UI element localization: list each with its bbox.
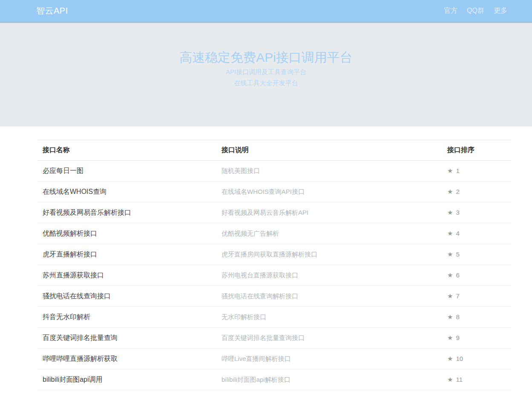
api-desc-cell: 好看视频及网易云音乐解析API (221, 202, 447, 223)
star-icon: ★ (447, 167, 453, 174)
api-desc-cell: 百度关键词排名批量查询接口 (221, 328, 447, 349)
rank-number: 6 (456, 271, 459, 279)
rank-number: 8 (456, 313, 459, 320)
api-desc-cell: 在线域名WHOIS查询API接口 (221, 182, 447, 202)
nav-link-more[interactable]: 更多 (494, 6, 507, 15)
hero-subtitle-2: 在线工具大全开发平台 (0, 78, 532, 88)
column-header-desc: 接口说明 (221, 140, 447, 161)
table-row[interactable]: 必应每日一图随机美图接口★1 (37, 161, 511, 182)
table-row[interactable]: 好看视频及网易音乐解析接口好看视频及网易云音乐解析API★3 (37, 202, 511, 223)
api-rank-cell: ★2 (447, 182, 511, 202)
nav-links: 官方 QQ群 更多 (444, 6, 507, 15)
api-name-cell[interactable]: 虎牙直播解析接口 (37, 244, 221, 265)
api-rank-cell: ★11 (447, 369, 511, 390)
api-name-cell[interactable]: bilibili封面图api调用 (37, 369, 221, 390)
table-row[interactable]: 哔哩哔哩直播源解析获取哔哩Live直播间解析接口★10 (37, 349, 511, 369)
api-name-cell[interactable]: 百度关键词排名批量查询 (37, 328, 221, 349)
star-icon: ★ (447, 334, 453, 341)
table-row[interactable]: 百度关键词排名批量查询百度关键词排名批量查询接口★9 (37, 328, 511, 349)
api-rank-cell: ★7 (447, 286, 511, 307)
table-row[interactable]: 抖音无水印解析无水印解析接口★8 (37, 307, 511, 328)
api-name-cell[interactable]: 好看视频及网易音乐解析接口 (37, 202, 221, 223)
api-desc-cell: 骚扰电话在线查询解析接口 (221, 286, 447, 307)
api-desc-cell: 无水印解析接口 (221, 307, 447, 328)
rank-number: 10 (456, 355, 463, 362)
rank-number: 5 (456, 251, 459, 258)
api-name-cell[interactable]: 骚扰电话在线查询接口 (37, 286, 221, 307)
api-rank-cell: ★6 (447, 265, 511, 286)
table-row[interactable]: 虎牙直播解析接口虎牙直播房间获取直播源解析接口★5 (37, 244, 511, 265)
table-row[interactable]: 在线域名WHOIS查询在线域名WHOIS查询API接口★2 (37, 182, 511, 202)
api-desc-cell: 虎牙直播房间获取直播源解析接口 (221, 244, 447, 265)
api-rank-cell: ★3 (447, 202, 511, 223)
star-icon: ★ (447, 209, 453, 216)
rank-number: 1 (456, 167, 459, 174)
api-name-cell[interactable]: 在线域名WHOIS查询 (37, 182, 221, 202)
table-row[interactable]: 骚扰电话在线查询接口骚扰电话在线查询解析接口★7 (37, 286, 511, 307)
star-icon: ★ (447, 188, 453, 195)
table-header-row: 接口名称 接口说明 接口排序 (37, 140, 511, 161)
star-icon: ★ (447, 376, 453, 383)
api-rank-cell: ★8 (447, 307, 511, 328)
api-desc-cell: 苏州电视台直播源获取接口 (221, 265, 447, 286)
api-name-cell[interactable]: 哔哩哔哩直播源解析获取 (37, 349, 221, 369)
rank-number: 11 (456, 376, 463, 383)
navbar: 智云API 官方 QQ群 更多 (0, 0, 532, 23)
column-header-name: 接口名称 (37, 140, 221, 161)
rank-number: 4 (456, 230, 459, 237)
star-icon: ★ (447, 230, 453, 237)
api-desc-cell: 哔哩Live直播间解析接口 (221, 349, 447, 369)
table-row[interactable]: bilibili封面图api调用bilibili封面图api解析接口★11 (37, 369, 511, 390)
table-row[interactable]: 优酷视频解析接口优酷视频无广告解析★4 (37, 223, 511, 244)
api-rank-cell: ★9 (447, 328, 511, 349)
rank-number: 3 (456, 209, 459, 216)
star-icon: ★ (447, 271, 453, 279)
rank-number: 7 (456, 292, 459, 300)
hero-title: 高速稳定免费APi接口调用平台 (0, 49, 532, 66)
table-row[interactable]: 苏州直播源获取接口苏州电视台直播源获取接口★6 (37, 265, 511, 286)
rank-number: 9 (456, 334, 459, 341)
hero-subtitle-1: API接口调用及工具查询平台 (0, 67, 532, 77)
api-rank-cell: ★4 (447, 223, 511, 244)
api-name-cell[interactable]: 必应每日一图 (37, 161, 221, 182)
rank-number: 2 (456, 188, 459, 195)
star-icon: ★ (447, 292, 453, 300)
nav-link-official[interactable]: 官方 (444, 6, 457, 15)
api-desc-cell: 优酷视频无广告解析 (221, 223, 447, 244)
api-name-cell[interactable]: 优酷视频解析接口 (37, 223, 221, 244)
star-icon: ★ (447, 355, 453, 362)
hero-section: 高速稳定免费APi接口调用平台 API接口调用及工具查询平台 在线工具大全开发平… (0, 23, 532, 127)
api-table: 接口名称 接口说明 接口排序 必应每日一图随机美图接口★1在线域名WHOIS查询… (37, 140, 511, 390)
column-header-rank: 接口排序 (447, 140, 511, 161)
main-content: 接口名称 接口说明 接口排序 必应每日一图随机美图接口★1在线域名WHOIS查询… (0, 127, 532, 390)
api-desc-cell: 随机美图接口 (221, 161, 447, 182)
api-rank-cell: ★5 (447, 244, 511, 265)
api-rank-cell: ★1 (447, 161, 511, 182)
brand-logo[interactable]: 智云API (36, 5, 68, 17)
api-rank-cell: ★10 (447, 349, 511, 369)
star-icon: ★ (447, 251, 453, 258)
api-name-cell[interactable]: 抖音无水印解析 (37, 307, 221, 328)
star-icon: ★ (447, 313, 453, 320)
nav-link-qq-group[interactable]: QQ群 (467, 6, 484, 15)
api-name-cell[interactable]: 苏州直播源获取接口 (37, 265, 221, 286)
api-desc-cell: bilibili封面图api解析接口 (221, 369, 447, 390)
